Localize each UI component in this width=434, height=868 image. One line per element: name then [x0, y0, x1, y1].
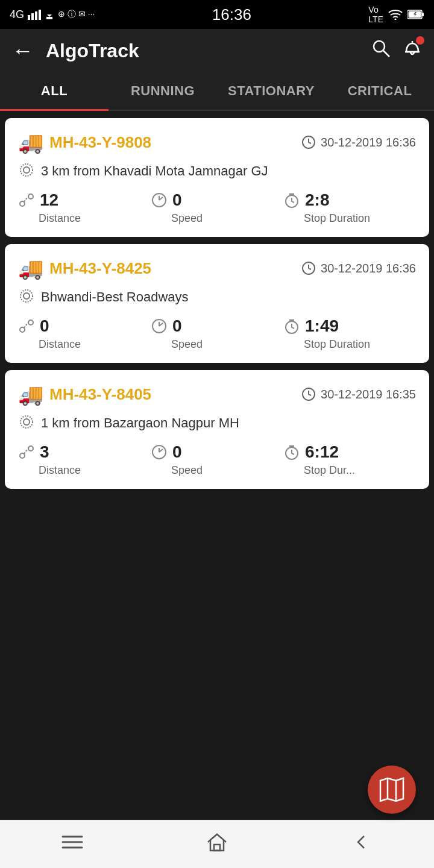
- vehicle-id-section: 🚚 MH-43-Y-8405: [18, 382, 151, 406]
- wifi-icon: [388, 9, 403, 20]
- svg-point-38: [28, 446, 33, 451]
- timestamp: 30-12-2019 16:36: [321, 136, 416, 149]
- location-section: Bhwandi-Best Roadways: [18, 289, 416, 306]
- card-header: 🚚 MH-43-Y-8425 30-12-2019 16:36: [18, 256, 416, 280]
- stop-duration-stat: 2:8 Stop Duration: [283, 190, 416, 225]
- distance-icon: [18, 318, 35, 335]
- app-bar: ← AlgoTrack: [0, 29, 434, 72]
- vehicle-card[interactable]: 🚚 MH-43-Y-9808 30-12-2019 16:36 3 km fro…: [5, 118, 429, 237]
- map-fab-button[interactable]: [368, 766, 416, 814]
- notification-button[interactable]: [403, 39, 422, 63]
- hamburger-icon: [61, 834, 83, 851]
- location-icon: [18, 415, 35, 432]
- stats-row: 0 Distance 0 Speed: [18, 316, 416, 351]
- distance-stat: 12 Distance: [18, 190, 151, 225]
- stop-timer-icon: [283, 192, 300, 209]
- distance-value: 0: [40, 316, 49, 336]
- home-nav-button[interactable]: [206, 831, 228, 858]
- map-icon: [379, 777, 404, 802]
- search-button[interactable]: [371, 39, 391, 63]
- timestamp-section: 30-12-2019 16:36: [301, 261, 416, 275]
- back-button[interactable]: ←: [12, 38, 34, 63]
- vehicle-id: MH-43-Y-8405: [49, 385, 151, 404]
- distance-stat: 0 Distance: [18, 316, 151, 351]
- menu-nav-button[interactable]: [61, 833, 83, 855]
- location-icon: [18, 289, 35, 306]
- svg-marker-45: [380, 778, 403, 801]
- location-text: 1 km from Bazargaon Nagpur MH: [41, 415, 239, 431]
- svg-point-24: [24, 293, 30, 299]
- stop-duration-stat: 1:49 Stop Duration: [283, 316, 416, 351]
- speed-icon: [151, 318, 168, 335]
- speed-label: Speed: [171, 212, 203, 225]
- app-title: AlgoTrack: [46, 40, 359, 62]
- distance-value: 12: [40, 190, 58, 210]
- timestamp-section: 30-12-2019 16:35: [301, 387, 416, 401]
- bottom-navigation: [0, 820, 434, 868]
- network-icon: 4G: [10, 8, 24, 21]
- location-text: 3 km from Khavadi Mota Jamnagar GJ: [41, 163, 268, 179]
- svg-point-27: [28, 320, 33, 325]
- card-header: 🚚 MH-43-Y-8405 30-12-2019 16:35: [18, 382, 416, 406]
- distance-stat: 3 Distance: [18, 442, 151, 477]
- svg-rect-51: [214, 844, 220, 851]
- speed-stat: 0 Speed: [151, 442, 283, 477]
- speed-stat: 0 Speed: [151, 190, 283, 225]
- vehicle-card[interactable]: 🚚 MH-43-Y-8425 30-12-2019 16:36 Bhwandi-…: [5, 244, 429, 363]
- status-left: 4G ⊕ ⓘ ✉ ···: [10, 8, 95, 21]
- clock-icon: [301, 387, 316, 401]
- volte-icon: VoLTE: [368, 5, 383, 24]
- location-section: 3 km from Khavadi Mota Jamnagar GJ: [18, 163, 416, 180]
- stop-timer-icon: [283, 318, 300, 335]
- svg-point-35: [24, 419, 30, 425]
- truck-icon: 🚚: [18, 256, 43, 280]
- distance-value: 3: [40, 442, 49, 462]
- stop-duration-label: Stop Duration: [304, 212, 370, 225]
- timestamp: 30-12-2019 16:35: [321, 388, 416, 401]
- extra-icons: ⊕ ⓘ ✉ ···: [58, 9, 95, 20]
- speed-value: 0: [172, 190, 182, 210]
- usb-icon: [45, 8, 54, 20]
- speed-value: 0: [172, 442, 182, 462]
- timestamp: 30-12-2019 16:36: [321, 262, 416, 275]
- speed-icon: [151, 192, 168, 209]
- vehicle-id: MH-43-Y-9808: [49, 133, 151, 152]
- svg-point-15: [20, 201, 25, 206]
- home-icon: [206, 831, 228, 853]
- stats-row: 12 Distance 0 Speed: [18, 190, 416, 225]
- timestamp-section: 30-12-2019 16:36: [301, 135, 416, 149]
- stop-duration-value: 1:49: [305, 316, 339, 336]
- back-arrow-icon: [351, 831, 373, 853]
- truck-icon: 🚚: [18, 130, 43, 154]
- tabs-bar: ALL RUNNING STATIONARY CRITICAL: [0, 72, 434, 111]
- tab-running[interactable]: RUNNING: [108, 72, 217, 110]
- truck-icon: 🚚: [18, 382, 43, 406]
- distance-icon: [18, 192, 35, 209]
- back-nav-button[interactable]: [351, 831, 373, 858]
- vehicle-card[interactable]: 🚚 MH-43-Y-8405 30-12-2019 16:35 1 km fro…: [5, 370, 429, 489]
- tab-critical[interactable]: CRITICAL: [326, 72, 434, 110]
- svg-point-8: [374, 41, 385, 52]
- stop-duration-stat: 6:12 Stop Dur...: [283, 442, 416, 477]
- tab-all[interactable]: ALL: [0, 72, 108, 110]
- status-right: VoLTE: [368, 5, 424, 24]
- svg-point-36: [20, 416, 33, 428]
- card-header: 🚚 MH-43-Y-9808 30-12-2019 16:36: [18, 130, 416, 154]
- tab-stationary[interactable]: STATIONARY: [217, 72, 326, 110]
- svg-rect-0: [28, 15, 30, 20]
- speed-label: Speed: [171, 464, 203, 477]
- distance-label: Distance: [39, 464, 81, 477]
- speed-stat: 0 Speed: [151, 316, 283, 351]
- svg-point-37: [20, 453, 25, 458]
- stop-timer-icon: [283, 444, 300, 461]
- location-icon: [18, 163, 35, 180]
- vehicle-list: 🚚 MH-43-Y-9808 30-12-2019 16:36 3 km fro…: [0, 111, 434, 496]
- notification-badge: [416, 36, 424, 45]
- svg-point-25: [20, 290, 33, 302]
- stop-duration-value: 2:8: [305, 190, 329, 210]
- signal-bars-icon: [28, 9, 41, 20]
- clock-icon: [301, 261, 316, 275]
- stats-row: 3 Distance 0 Speed: [18, 442, 416, 477]
- stop-duration-label: Stop Duration: [304, 338, 370, 351]
- location-text: Bhwandi-Best Roadways: [41, 289, 189, 305]
